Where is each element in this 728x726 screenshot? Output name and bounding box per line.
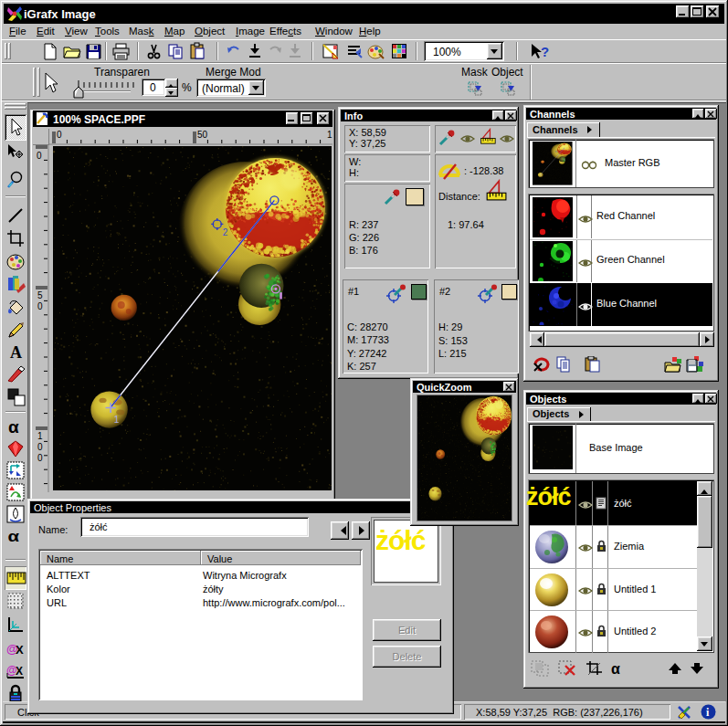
svg-text:X: X <box>16 665 23 678</box>
svg-text:α: α <box>7 528 19 545</box>
svg-text:α: α <box>611 661 620 677</box>
svg-text:α: α <box>8 417 19 437</box>
svg-text:A: A <box>10 343 22 362</box>
svg-text:?: ? <box>541 44 549 59</box>
svg-text:X: X <box>16 643 24 657</box>
